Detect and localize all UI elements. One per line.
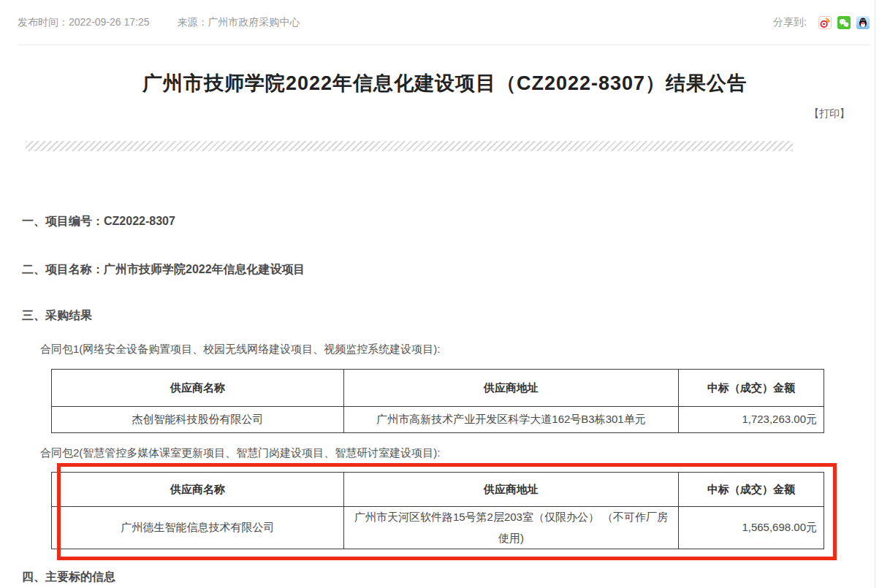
section-project-name: 二、项目名称：广州市技师学院2022年信息化建设项目 xyxy=(22,262,890,278)
supplier-name-cell: 杰创智能科技股份有限公司 xyxy=(52,407,344,433)
qq-icon[interactable] xyxy=(856,16,870,29)
col-supplier-address: 供应商地址 xyxy=(344,370,679,407)
section-main-subject-info: 四、主要标的信息 xyxy=(22,570,890,585)
hatched-divider xyxy=(26,141,793,151)
supplier-address-cell: 广州市高新技术产业开发区科学大道162号B3栋301单元 xyxy=(344,407,679,433)
package2-table: 供应商名称 供应商地址 中标（成交）金额 广州德生智能信息技术有限公司 广州市天… xyxy=(51,472,824,549)
package1-table: 供应商名称 供应商地址 中标（成交）金额 杰创智能科技股份有限公司 广州市高新技… xyxy=(51,369,824,433)
page-title: 广州市技师学院2022年信息化建设项目（CZ2022-8307）结果公告 xyxy=(0,70,890,96)
package1-intro: 合同包1(网络安全设备购置项目、校园无线网络建设项目、视频监控系统建设项目): xyxy=(40,343,890,356)
source: 来源：广州市政府采购中心 xyxy=(178,16,300,29)
col-supplier-address: 供应商地址 xyxy=(344,473,679,507)
print-button[interactable]: 【打印】 xyxy=(809,107,850,121)
table-row: 杰创智能科技股份有限公司 广州市高新技术产业开发区科学大道162号B3栋301单… xyxy=(52,407,824,433)
table-row: 广州德生智能信息技术有限公司 广州市天河区软件路15号第2层203室（仅限办公）… xyxy=(52,507,824,549)
col-supplier-name: 供应商名称 xyxy=(52,473,344,507)
supplier-name-cell: 广州德生智能信息技术有限公司 xyxy=(52,507,344,549)
share-group: 分享到: xyxy=(773,16,870,29)
table-header-row: 供应商名称 供应商地址 中标（成交）金额 xyxy=(52,473,824,507)
print-row: 【打印】 xyxy=(0,107,890,121)
section-project-number: 一、项目编号：CZ2022-8307 xyxy=(22,214,890,229)
section-procurement-result: 三、采购结果 xyxy=(22,308,890,324)
col-award-amount: 中标（成交）金额 xyxy=(679,473,824,507)
package2-table-wrap: 供应商名称 供应商地址 中标（成交）金额 广州德生智能信息技术有限公司 广州市天… xyxy=(0,472,890,549)
weibo-icon[interactable] xyxy=(818,16,832,29)
supplier-address-cell: 广州市天河区软件路15号第2层203室（仅限办公） （不可作厂房使用) xyxy=(344,507,679,549)
package2-intro: 合同包2(智慧管控多媒体课室更新项目、智慧门岗建设项目、智慧研讨室建设项目): xyxy=(40,446,890,460)
announcement-page: 发布时间：2022-09-26 17:25 来源：广州市政府采购中心 分享到: xyxy=(0,0,890,588)
table-header-row: 供应商名称 供应商地址 中标（成交）金额 xyxy=(52,370,824,407)
publish-time: 发布时间：2022-09-26 17:25 xyxy=(18,16,150,29)
meta-bar: 发布时间：2022-09-26 17:25 来源：广州市政府采购中心 分享到: xyxy=(18,0,870,45)
award-amount-cell: 1,565,698.00元 xyxy=(679,507,824,549)
col-supplier-name: 供应商名称 xyxy=(52,370,344,407)
wechat-icon[interactable] xyxy=(837,16,851,29)
col-award-amount: 中标（成交）金额 xyxy=(679,370,824,407)
award-amount-cell: 1,723,263.00元 xyxy=(679,407,824,433)
share-label: 分享到: xyxy=(773,16,807,29)
